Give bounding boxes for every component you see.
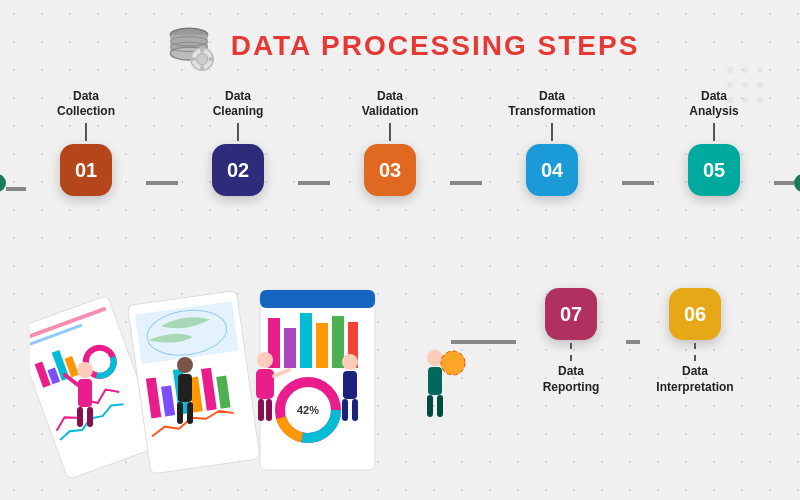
dashed-line-02 <box>237 123 239 141</box>
step-label-02: DataCleaning <box>213 84 264 120</box>
svg-rect-8 <box>200 66 204 71</box>
step-item-06: 06 DataInterpretation <box>640 288 750 395</box>
svg-rect-61 <box>427 395 433 417</box>
step-label-01: DataCollection <box>57 84 115 120</box>
step-circle-05: 05 <box>688 144 740 196</box>
step-label-07: DataReporting <box>543 364 600 395</box>
dashed-line-01 <box>85 123 87 141</box>
svg-rect-60 <box>428 367 442 395</box>
connector-end <box>774 181 794 185</box>
step-item-04: DataTransformation 04 <box>482 84 622 196</box>
step-item-01: DataCollection 01 <box>26 84 146 196</box>
svg-rect-49 <box>187 402 193 424</box>
header: DATA PROCESSING STEPS <box>0 0 800 74</box>
dashed-line-05 <box>713 123 715 141</box>
svg-text:42%: 42% <box>297 404 319 416</box>
dashed-line-04 <box>551 123 553 141</box>
end-dot <box>794 174 800 192</box>
step-label-03: DataValidation <box>362 84 419 120</box>
svg-rect-44 <box>87 407 93 427</box>
horiz-bottom-connector <box>451 340 516 344</box>
connector-4-5 <box>622 181 654 185</box>
step-circle-03: 03 <box>364 144 416 196</box>
svg-rect-48 <box>177 402 183 424</box>
svg-rect-34 <box>316 323 328 368</box>
connector-2-3 <box>298 181 330 185</box>
svg-point-50 <box>257 352 273 368</box>
svg-point-67 <box>757 67 763 73</box>
svg-rect-42 <box>78 379 92 407</box>
step-circle-06: 06 <box>669 288 721 340</box>
dashed-line-07 <box>570 343 572 361</box>
svg-rect-47 <box>178 374 192 402</box>
svg-rect-62 <box>437 395 443 417</box>
step-label-05: DataAnalysis <box>689 84 738 120</box>
step-item-02: DataCleaning 02 <box>178 84 298 196</box>
svg-rect-51 <box>256 369 274 399</box>
svg-rect-57 <box>342 399 348 421</box>
step-circle-02: 02 <box>212 144 264 196</box>
svg-rect-7 <box>200 48 204 53</box>
step-circle-04: 04 <box>526 144 578 196</box>
svg-rect-30 <box>260 290 375 308</box>
svg-rect-43 <box>77 407 83 427</box>
connector-0 <box>6 187 26 191</box>
svg-rect-56 <box>343 371 357 399</box>
svg-point-66 <box>742 67 748 73</box>
database-icon <box>161 18 217 74</box>
step-item-03: DataValidation 03 <box>330 84 450 196</box>
step-label-06: DataInterpretation <box>656 364 733 395</box>
step-item-07: 07 DataReporting <box>516 288 626 395</box>
svg-point-41 <box>77 362 93 378</box>
svg-rect-33 <box>300 313 312 368</box>
svg-point-46 <box>177 357 193 373</box>
svg-rect-35 <box>332 316 344 368</box>
svg-rect-58 <box>352 399 358 421</box>
step-circle-07: 07 <box>545 288 597 340</box>
right-end <box>794 84 800 282</box>
svg-rect-32 <box>284 328 296 368</box>
step-item-05: DataAnalysis 05 <box>654 84 774 196</box>
svg-point-65 <box>727 67 733 73</box>
connector-1-2 <box>146 181 178 185</box>
page-title: DATA PROCESSING STEPS <box>231 30 640 62</box>
connector-3-4 <box>450 181 482 185</box>
step-circle-01: 01 <box>60 144 112 196</box>
step-label-04: DataTransformation <box>508 84 595 120</box>
steps-container: DataCollection 01 DataCleaning 02 DataVa… <box>6 84 794 196</box>
svg-rect-9 <box>191 57 196 61</box>
dashed-line-06 <box>694 343 696 361</box>
svg-rect-52 <box>258 399 264 421</box>
horiz-06-07-connector <box>626 340 640 344</box>
svg-point-55 <box>342 354 358 370</box>
steps-row: DataCollection 01 DataCleaning 02 DataVa… <box>0 84 800 282</box>
dashed-line-03 <box>389 123 391 141</box>
svg-rect-10 <box>208 57 213 61</box>
svg-point-6 <box>196 53 207 64</box>
bottom-steps: 07 DataReporting 06 DataInterpretation <box>451 288 750 395</box>
svg-rect-53 <box>266 399 272 421</box>
